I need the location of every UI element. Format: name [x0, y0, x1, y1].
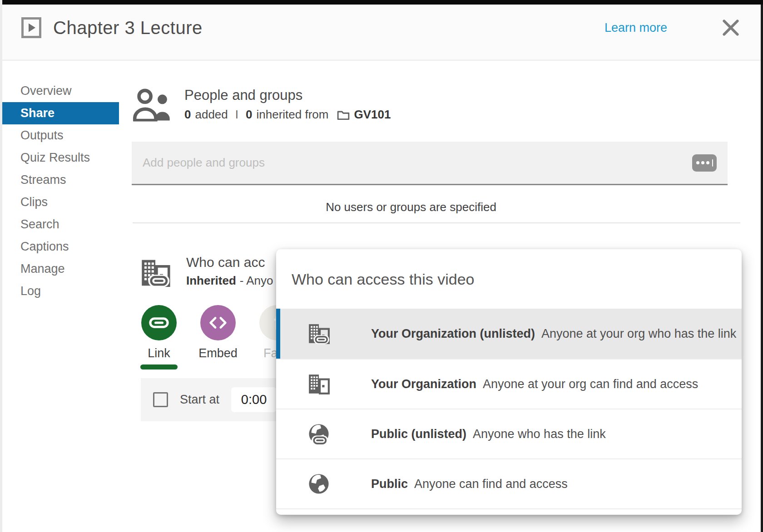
- inherited-label: inherited from: [256, 108, 328, 122]
- start-at-row: Start at 0:00: [141, 378, 291, 421]
- inherited-count: 0: [246, 108, 252, 122]
- option-name: Your Organization (unlisted): [371, 327, 535, 341]
- people-summary: 0 added I 0 inherited from GV101: [184, 108, 391, 122]
- active-tab-underline: [140, 365, 178, 369]
- right-page-edge: [761, 5, 763, 532]
- folder-icon: [337, 109, 350, 120]
- option-description: Anyone can find and access: [414, 477, 568, 491]
- start-at-label: Start at: [180, 393, 219, 407]
- access-dropdown: Who can access this video Your Organizat…: [276, 249, 742, 515]
- sidebar-item[interactable]: Log: [2, 280, 119, 302]
- access-option[interactable]: Public Anyone can find and access: [276, 458, 742, 508]
- dots-icon: [696, 161, 699, 164]
- sidebar-item[interactable]: Streams: [2, 169, 119, 191]
- option-icon: [307, 473, 330, 495]
- access-option[interactable]: Public (unlisted) Anyone who has the lin…: [276, 409, 742, 458]
- option-description: Anyone who has the link: [473, 427, 606, 441]
- option-description: Anyone at your org can find and access: [483, 377, 698, 391]
- sidebar-item[interactable]: Clips: [2, 191, 119, 213]
- people-and-groups-section: People and groups 0 added I 0 inherited …: [133, 87, 391, 122]
- people-section-title: People and groups: [184, 87, 391, 103]
- added-label: added: [195, 108, 228, 122]
- sidebar-item[interactable]: Quiz Results: [2, 147, 119, 169]
- tab-label: Embed: [191, 346, 245, 360]
- option-icon: [307, 322, 330, 345]
- embed-code-icon: [200, 305, 236, 340]
- start-at-checkbox[interactable]: [153, 392, 168, 407]
- summary-separator: I: [235, 108, 238, 122]
- tab-label: Link: [132, 346, 186, 360]
- org-link-icon: [140, 258, 171, 288]
- who-can-access-section: Who can acc Inherited- Anyo: [140, 254, 273, 288]
- sidebar-item[interactable]: Search: [2, 213, 119, 236]
- option-description: Anyone at your org who has the link: [541, 327, 736, 341]
- empty-message: No users or groups are specified: [132, 200, 690, 214]
- start-time-input[interactable]: 0:00: [231, 387, 277, 412]
- dialog-header: Chapter 3 Lecture Learn more: [2, 5, 761, 60]
- access-subtitle: Inherited- Anyo: [186, 274, 273, 288]
- close-button[interactable]: [721, 18, 741, 38]
- share-dialog: Chapter 3 Lecture Learn more Overview Sh…: [0, 0, 763, 532]
- sidebar-item[interactable]: Manage: [2, 258, 119, 280]
- close-icon: [721, 18, 740, 37]
- access-section-title: Who can acc: [186, 254, 273, 271]
- access-option[interactable]: Your Organization (unlisted) Anyone at y…: [276, 309, 742, 359]
- dropdown-options: Your Organization (unlisted) Anyone at y…: [276, 309, 742, 508]
- added-count: 0: [184, 108, 191, 122]
- sidebar: Overview Share Outputs Quiz Results Stre…: [2, 80, 119, 302]
- add-people-input[interactable]: Add people and groups: [132, 142, 728, 185]
- link-icon: [141, 305, 177, 340]
- sidebar-item[interactable]: Captions: [2, 236, 119, 258]
- folder-name: GV101: [354, 108, 391, 122]
- sidebar-item[interactable]: Share: [2, 102, 119, 124]
- share-tab-embed[interactable]: Embed: [191, 305, 245, 360]
- add-people-placeholder: Add people and groups: [143, 156, 692, 170]
- cursor-bar-icon: [712, 159, 713, 167]
- divider: [133, 222, 740, 223]
- top-border: [2, 0, 763, 5]
- people-icon: [133, 87, 172, 122]
- access-option[interactable]: Your Organization Anyone at your org can…: [276, 359, 742, 409]
- option-icon: [307, 373, 330, 395]
- dialog-title: Chapter 3 Lecture: [53, 18, 203, 38]
- dropdown-title: Who can access this video: [276, 249, 742, 288]
- option-name: Your Organization: [371, 377, 476, 391]
- dropdown-footer-divider: [276, 508, 742, 514]
- option-name: Public (unlisted): [371, 427, 466, 441]
- sidebar-item[interactable]: Overview: [2, 80, 119, 102]
- sidebar-item[interactable]: Outputs: [2, 124, 119, 147]
- learn-more-link[interactable]: Learn more: [604, 21, 667, 35]
- share-tab-link[interactable]: Link: [132, 305, 186, 369]
- option-name: Public: [371, 477, 408, 491]
- option-icon: [307, 423, 330, 445]
- more-options-button[interactable]: [692, 154, 717, 172]
- video-play-icon: [21, 17, 41, 38]
